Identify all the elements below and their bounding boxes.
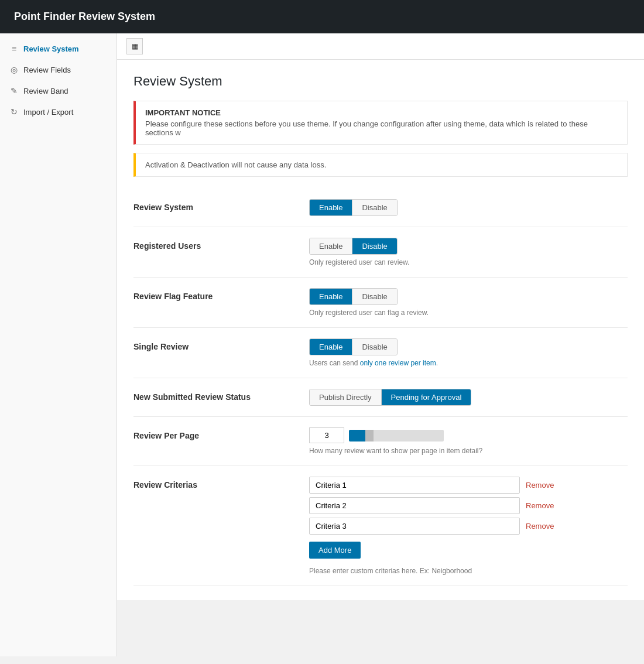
single-review-enable-btn[interactable]: Enable bbox=[310, 339, 352, 355]
slider-thumb bbox=[365, 430, 374, 441]
warning-notice: Activation & Deactivation will not cause… bbox=[133, 153, 628, 177]
setting-registered-users-label: Registered Users bbox=[133, 238, 309, 251]
main-content: ▦ Review System IMPORTANT NOTICE Please … bbox=[117, 33, 644, 656]
review-per-page-slider-row bbox=[309, 427, 628, 443]
criteria-remove-3[interactable]: Remove bbox=[526, 522, 554, 530]
sidebar-item-label: Review Band bbox=[23, 87, 68, 95]
pencil-icon: ✎ bbox=[9, 86, 19, 95]
setting-review-criterias-label: Review Criterias bbox=[133, 477, 309, 490]
single-review-hint-highlight: only one review per item bbox=[360, 359, 436, 367]
setting-review-per-page-control: How many review want to show per page in… bbox=[309, 427, 628, 455]
criteria-row-1: Remove bbox=[309, 477, 628, 494]
sidebar-item-import-export[interactable]: ↻ Import / Export bbox=[0, 101, 117, 122]
review-flag-disable-btn[interactable]: Disable bbox=[352, 289, 396, 304]
toolbar-grid-icon[interactable]: ▦ bbox=[126, 38, 143, 54]
setting-registered-users-control: Enable Disable Only registered user can … bbox=[309, 238, 628, 266]
single-review-hint: Users can send only one review per item. bbox=[309, 359, 628, 367]
criteria-hint: Please enter custom criterias here. Ex: … bbox=[309, 567, 628, 575]
registered-users-hint: Only registered user can review. bbox=[309, 258, 628, 266]
review-system-enable-btn[interactable]: Enable bbox=[310, 200, 352, 215]
publish-directly-btn[interactable]: Publish Directly bbox=[310, 389, 382, 405]
criteria-input-1[interactable] bbox=[309, 477, 520, 494]
sidebar-item-review-system[interactable]: ≡ Review System bbox=[0, 38, 117, 59]
setting-review-status-control: Publish Directly Pending for Approval bbox=[309, 389, 628, 406]
sidebar: ≡ Review System ◎ Review Fields ✎ Review… bbox=[0, 33, 117, 656]
important-notice: IMPORTANT NOTICE Please configure these … bbox=[133, 101, 628, 145]
criteria-input-2[interactable] bbox=[309, 497, 520, 514]
setting-review-flag-label: Review Flag Feature bbox=[133, 288, 309, 301]
setting-review-system-label: Review System bbox=[133, 199, 309, 212]
review-status-toggle: Publish Directly Pending for Approval bbox=[309, 389, 471, 406]
review-flag-hint: Only registered user can flag a review. bbox=[309, 309, 628, 317]
setting-review-system: Review System Enable Disable bbox=[133, 189, 628, 227]
app-title: Point Finder Review System bbox=[14, 11, 155, 22]
sidebar-item-review-band[interactable]: ✎ Review Band bbox=[0, 80, 117, 101]
setting-single-review-control: Enable Disable Users can send only one r… bbox=[309, 338, 628, 367]
review-per-page-hint: How many review want to show per page in… bbox=[309, 447, 628, 455]
registered-users-toggle: Enable Disable bbox=[309, 238, 398, 255]
slider-track bbox=[349, 430, 444, 441]
pending-approval-btn[interactable]: Pending for Approval bbox=[382, 389, 471, 405]
criteria-remove-2[interactable]: Remove bbox=[526, 501, 554, 510]
criteria-input-3[interactable] bbox=[309, 518, 520, 535]
slider-filled bbox=[349, 430, 365, 441]
notice-warning-text: Activation & Deactivation will not cause… bbox=[145, 160, 618, 169]
add-more-button[interactable]: Add More bbox=[309, 542, 361, 559]
main-layout: ≡ Review System ◎ Review Fields ✎ Review… bbox=[0, 33, 644, 656]
setting-review-flag-control: Enable Disable Only registered user can … bbox=[309, 288, 628, 317]
slider-empty bbox=[374, 430, 444, 441]
setting-single-review-label: Single Review bbox=[133, 338, 309, 351]
setting-review-status: New Submitted Review Status Publish Dire… bbox=[133, 378, 628, 417]
refresh-icon: ↻ bbox=[9, 107, 19, 117]
registered-users-enable-btn[interactable]: Enable bbox=[310, 238, 352, 254]
review-system-toggle: Enable Disable bbox=[309, 199, 398, 216]
review-flag-toggle: Enable Disable bbox=[309, 288, 398, 305]
sidebar-item-label: Import / Export bbox=[23, 108, 73, 117]
single-review-hint-prefix: Users can send bbox=[309, 359, 360, 367]
setting-registered-users: Registered Users Enable Disable Only reg… bbox=[133, 227, 628, 278]
setting-review-flag: Review Flag Feature Enable Disable Only … bbox=[133, 278, 628, 328]
circle-icon: ◎ bbox=[9, 65, 19, 74]
setting-single-review: Single Review Enable Disable Users can s… bbox=[133, 328, 628, 378]
setting-review-system-control: Enable Disable bbox=[309, 199, 628, 216]
criteria-remove-1[interactable]: Remove bbox=[526, 481, 554, 490]
setting-review-per-page-label: Review Per Page bbox=[133, 427, 309, 440]
app-header: Point Finder Review System bbox=[0, 0, 644, 33]
list-icon: ≡ bbox=[9, 44, 19, 53]
content-area: Review System IMPORTANT NOTICE Please co… bbox=[117, 60, 644, 600]
single-review-hint-suffix: . bbox=[436, 359, 438, 367]
toolbar: ▦ bbox=[117, 33, 644, 60]
sidebar-item-label: Review System bbox=[23, 45, 79, 53]
review-per-page-input[interactable] bbox=[309, 427, 344, 443]
setting-review-status-label: New Submitted Review Status bbox=[133, 389, 309, 402]
registered-users-disable-btn[interactable]: Disable bbox=[352, 238, 396, 254]
setting-review-criterias-control: Remove Remove Remove Add More Please ent… bbox=[309, 477, 628, 575]
criteria-row-3: Remove bbox=[309, 518, 628, 535]
criteria-row-2: Remove bbox=[309, 497, 628, 514]
setting-review-per-page: Review Per Page How many review want to … bbox=[133, 417, 628, 466]
single-review-toggle: Enable Disable bbox=[309, 338, 398, 355]
notice-important-text: Please configure these sections before y… bbox=[145, 119, 618, 137]
notice-important-title: IMPORTANT NOTICE bbox=[145, 108, 618, 117]
page-title: Review System bbox=[133, 74, 628, 89]
review-flag-enable-btn[interactable]: Enable bbox=[310, 289, 352, 304]
review-system-disable-btn[interactable]: Disable bbox=[352, 200, 396, 215]
sidebar-item-label: Review Fields bbox=[23, 66, 71, 74]
setting-review-criterias: Review Criterias Remove Remove Remove bbox=[133, 466, 628, 586]
sidebar-item-review-fields[interactable]: ◎ Review Fields bbox=[0, 59, 117, 80]
single-review-disable-btn[interactable]: Disable bbox=[352, 339, 396, 355]
